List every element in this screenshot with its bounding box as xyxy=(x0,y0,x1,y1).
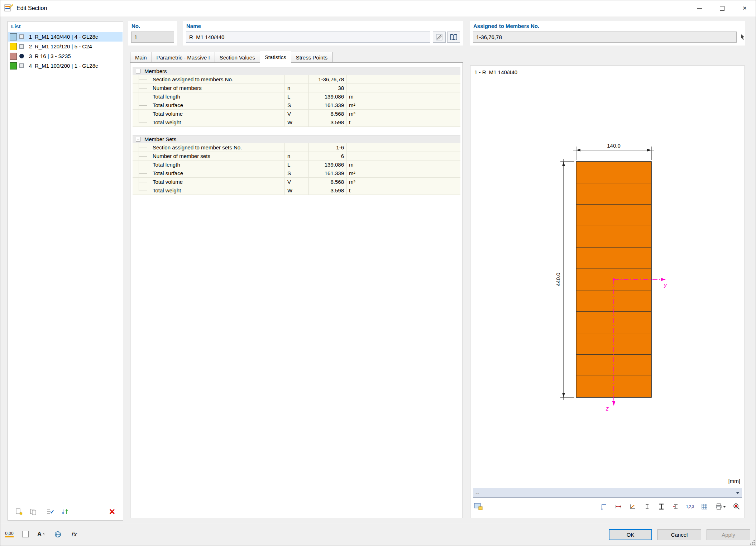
decimal-places-button[interactable]: 0,00 xyxy=(4,528,15,540)
tab-stress-points[interactable]: Stress Points xyxy=(291,52,332,63)
numbering-icon: 1,2,3 xyxy=(686,505,694,509)
titlebar: Edit Section ✕ xyxy=(0,0,756,16)
check-sections-button[interactable] xyxy=(45,507,56,517)
stat-label: Total volume xyxy=(153,178,284,186)
renumber-icon xyxy=(61,508,69,516)
dimensions-toggle-button[interactable] xyxy=(613,501,624,512)
view-settings-icon xyxy=(474,503,483,511)
list-item[interactable]: 4R_M1 100/200 | 1 - GL28c xyxy=(8,61,123,71)
tree-line xyxy=(133,92,153,101)
stat-unit: m xyxy=(346,161,460,169)
list-item[interactable]: 2R_M1 120/120 | 5 - C24 xyxy=(8,42,123,51)
z-axis-label: z xyxy=(606,406,609,412)
close-button[interactable]: ✕ xyxy=(733,0,756,16)
book-icon xyxy=(450,34,458,40)
stat-row: Total volumeV8.568m³ xyxy=(133,178,460,186)
tree-line xyxy=(133,186,153,195)
resize-grip[interactable] xyxy=(750,540,755,545)
list-item[interactable]: 1R_M1 140/440 | 4 - GL28c xyxy=(8,32,123,42)
stat-row: Total lengthL139.086m xyxy=(133,161,460,169)
preview-combobox[interactable]: -- xyxy=(473,488,742,498)
tree-line xyxy=(133,118,153,126)
list-item-label: R 16 | 3 - S235 xyxy=(35,53,71,59)
list-item-label: R_M1 120/120 | 5 - C24 xyxy=(35,43,92,49)
numbering-toggle-button[interactable]: 1,2,3 xyxy=(685,501,695,512)
stat-value: 8.568 xyxy=(308,178,346,186)
stat-value: 1-36,76,78 xyxy=(308,75,346,83)
stat-row: Total weightW3.598t xyxy=(133,118,460,127)
delete-section-button[interactable]: ✕ xyxy=(107,507,118,517)
stat-row: Number of member setsn6 xyxy=(133,152,460,161)
pick-arrow-icon xyxy=(740,34,747,41)
library-button[interactable] xyxy=(447,32,460,43)
profile-small-icon xyxy=(643,503,651,510)
units-settings-button[interactable] xyxy=(52,528,63,540)
stat-unit xyxy=(346,143,460,152)
stat-value: 38 xyxy=(308,84,346,92)
list-item-number: 4 xyxy=(27,63,32,69)
tree-line xyxy=(133,161,153,169)
renumber-sections-button[interactable] xyxy=(59,507,70,517)
dim-width-label: 140.0 xyxy=(607,143,621,149)
tab-parametric-massive-i[interactable]: Parametric - Massive I xyxy=(152,52,215,63)
stat-label: Total weight xyxy=(153,118,284,126)
stat-symbol: n xyxy=(284,152,308,160)
tab-statistics[interactable]: Statistics xyxy=(260,51,291,63)
stat-symbol: W xyxy=(284,118,308,126)
collapse-icon[interactable] xyxy=(136,137,140,142)
stat-row: Number of membersn38 xyxy=(133,84,460,92)
stat-symbol: S xyxy=(284,101,308,109)
profile-dimensions-toggle-button[interactable] xyxy=(670,501,681,512)
outline-toggle-button[interactable] xyxy=(599,501,609,512)
tab-main[interactable]: Main xyxy=(130,52,152,63)
stat-unit: t xyxy=(346,118,460,126)
color-scheme-button[interactable] xyxy=(20,528,31,540)
tree-line xyxy=(133,75,153,83)
new-section-button[interactable] xyxy=(14,507,24,517)
name-card: Name R_M1 140/440 xyxy=(183,21,463,46)
stat-value: 8.568 xyxy=(308,110,346,118)
font-icon: A xyxy=(37,531,42,537)
cancel-button[interactable]: Cancel xyxy=(657,529,701,540)
dimensions-icon xyxy=(615,503,622,510)
stat-unit xyxy=(346,75,460,83)
values-table-button[interactable] xyxy=(699,501,710,512)
app-icon xyxy=(4,3,13,14)
grid-icon xyxy=(701,503,708,510)
name-label: Name xyxy=(186,23,201,29)
stresses-toggle-button[interactable] xyxy=(627,501,638,512)
name-field[interactable]: R_M1 140/440 xyxy=(186,32,430,43)
stat-unit: m³ xyxy=(346,178,460,186)
profile-toggle-button[interactable] xyxy=(656,501,667,512)
stat-symbol: V xyxy=(284,178,308,186)
stat-unit: m xyxy=(346,92,460,101)
list-item[interactable]: 3R 16 | 3 - S235 xyxy=(8,51,123,61)
apply-button[interactable]: Apply xyxy=(707,529,750,540)
minimize-button[interactable] xyxy=(688,0,711,16)
assigned-label: Assigned to Members No. xyxy=(473,23,539,29)
outline-icon xyxy=(601,503,608,510)
preview-toolbar: 1,2,3 xyxy=(473,501,742,512)
view-settings-button[interactable] xyxy=(473,501,484,512)
print-dropdown-chevron-icon xyxy=(723,506,726,508)
no-label: No. xyxy=(131,23,140,29)
formula-button[interactable]: fx xyxy=(68,528,80,540)
stress-points-toggle-button[interactable] xyxy=(642,501,652,512)
collapse-icon[interactable] xyxy=(136,69,140,73)
font-settings-button[interactable]: A xyxy=(36,528,47,540)
section-drawing: 140.0 440.0 y z xyxy=(470,66,745,474)
tab-section-values[interactable]: Section Values xyxy=(215,52,260,63)
no-field: 1 xyxy=(131,32,174,43)
pick-members-button[interactable] xyxy=(737,32,749,43)
stat-value: 161.339 xyxy=(308,169,346,177)
zoom-reset-button[interactable] xyxy=(731,501,742,512)
copy-section-button[interactable] xyxy=(28,507,39,517)
ok-button[interactable]: OK xyxy=(609,529,652,540)
print-button[interactable] xyxy=(713,501,728,512)
units-label: [mm] xyxy=(728,478,740,484)
maximize-icon xyxy=(720,6,724,11)
tree-line xyxy=(133,143,153,152)
edit-name-button[interactable] xyxy=(433,32,446,43)
maximize-button[interactable] xyxy=(711,0,733,16)
stat-label: Total weight xyxy=(153,186,284,195)
